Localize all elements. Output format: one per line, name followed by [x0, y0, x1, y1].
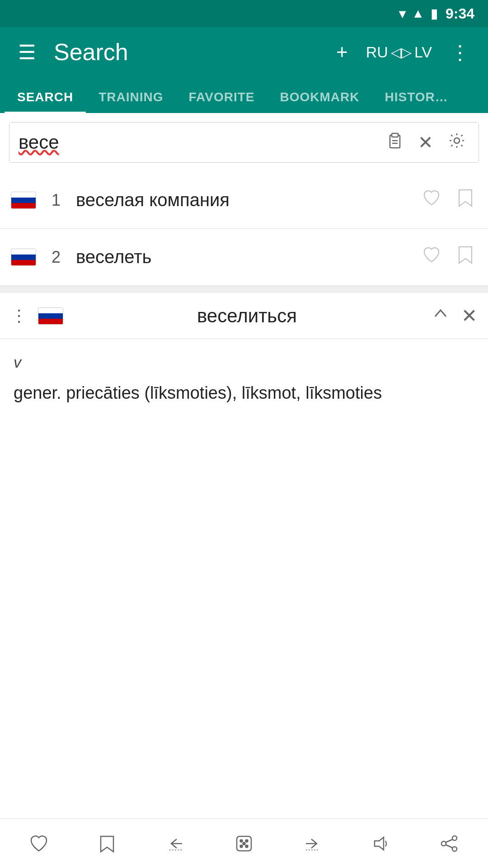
lang-from: RU	[366, 43, 388, 61]
detail-content: v gener. priecāties (līksmoties), līksmo…	[0, 339, 488, 420]
result-item[interactable]: 1 веселая компания	[0, 172, 488, 229]
svg-point-11	[245, 845, 248, 847]
result-number: 1	[47, 191, 65, 210]
more-button[interactable]: ⋮	[446, 36, 474, 68]
result-item[interactable]: 2 веселеть	[0, 229, 488, 286]
menu-button[interactable]: ☰	[14, 36, 40, 68]
svg-rect-1	[392, 133, 398, 137]
flag-ru-icon	[11, 192, 36, 209]
favorite-button[interactable]	[418, 242, 445, 272]
results-list: 1 веселая компания 2 веселеть	[0, 172, 488, 286]
search-box[interactable]: весе ✕	[9, 122, 479, 163]
bottom-bar	[0, 818, 488, 868]
detail-definition: gener. priecāties (līksmoties), līksmot,…	[14, 380, 474, 406]
tab-bookmark[interactable]: BOOKMARK	[267, 83, 372, 113]
tab-bar: SEARCH TRAINING FAVORITE BOOKMARK HISTOR…	[0, 77, 488, 113]
back-button[interactable]	[160, 828, 191, 859]
svg-line-20	[446, 845, 452, 848]
clear-button[interactable]: ✕	[414, 128, 437, 156]
lang-arrow-icon: ◁▷	[391, 44, 412, 60]
result-actions	[418, 184, 477, 216]
svg-marker-15	[375, 837, 384, 850]
svg-point-17	[452, 847, 457, 851]
settings-button[interactable]	[444, 128, 469, 157]
svg-point-8	[240, 840, 242, 842]
detail-word-title: веселиться	[74, 305, 420, 327]
favorite-button[interactable]	[418, 185, 445, 215]
heart-button[interactable]	[23, 828, 54, 859]
page-title: Search	[54, 38, 318, 66]
detail-collapse-button[interactable]	[431, 304, 450, 328]
add-button[interactable]: +	[332, 36, 352, 68]
svg-point-18	[441, 841, 446, 846]
volume-button[interactable]	[366, 828, 396, 859]
result-word: веселеть	[76, 247, 408, 267]
svg-line-19	[446, 840, 452, 842]
status-icons: ▾ ▲ ▮	[399, 6, 437, 21]
tab-search[interactable]: SEARCH	[5, 83, 86, 113]
paste-button[interactable]	[382, 128, 407, 157]
flag-ru-icon	[11, 249, 36, 266]
share-button[interactable]	[434, 828, 465, 859]
tab-favorite[interactable]: FAVORITE	[176, 83, 267, 113]
svg-point-12	[243, 842, 245, 844]
result-number: 2	[47, 248, 65, 267]
tab-training[interactable]: TRAINING	[86, 83, 176, 113]
status-bar: ▾ ▲ ▮ 9:34	[0, 0, 488, 27]
tab-history[interactable]: HISTOR…	[372, 83, 461, 113]
dice-button[interactable]	[229, 828, 259, 859]
bookmark-nav-button[interactable]	[92, 828, 122, 859]
detail-header: ⋮ веселиться ✕	[0, 293, 488, 339]
app-bar: ☰ Search + RU ◁▷ LV ⋮	[0, 27, 488, 77]
result-word: веселая компания	[76, 190, 408, 210]
detail-close-button[interactable]: ✕	[461, 305, 477, 327]
section-divider	[0, 286, 488, 293]
lang-toggle[interactable]: RU ◁▷ LV	[366, 43, 432, 61]
result-actions	[418, 241, 477, 273]
search-input[interactable]: весе	[19, 132, 375, 153]
svg-point-16	[452, 836, 457, 840]
battery-icon: ▮	[431, 6, 437, 21]
detail-menu-icon[interactable]: ⋮	[11, 307, 27, 326]
status-time: 9:34	[446, 5, 474, 22]
svg-point-4	[454, 138, 460, 143]
wifi-icon: ▾	[399, 6, 405, 21]
forward-button[interactable]	[297, 828, 328, 859]
signal-icon: ▲	[412, 6, 424, 21]
detail-part-of-speech: v	[14, 354, 474, 371]
bookmark-button[interactable]	[454, 184, 477, 216]
detail-panel: ⋮ веселиться ✕ v gener. priecāties (līks…	[0, 293, 488, 420]
svg-point-9	[245, 840, 248, 842]
lang-to: LV	[414, 43, 432, 61]
bookmark-button[interactable]	[454, 241, 477, 273]
svg-point-10	[240, 845, 242, 847]
detail-flag-icon	[38, 307, 63, 325]
